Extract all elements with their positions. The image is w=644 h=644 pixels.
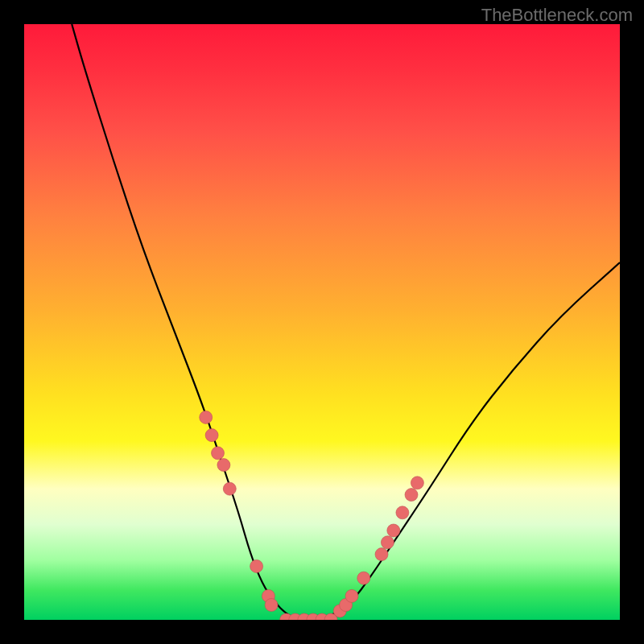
- watermark-text: TheBottleneck.com: [481, 5, 633, 26]
- gradient-background: [24, 24, 620, 620]
- chart-container: [24, 24, 620, 620]
